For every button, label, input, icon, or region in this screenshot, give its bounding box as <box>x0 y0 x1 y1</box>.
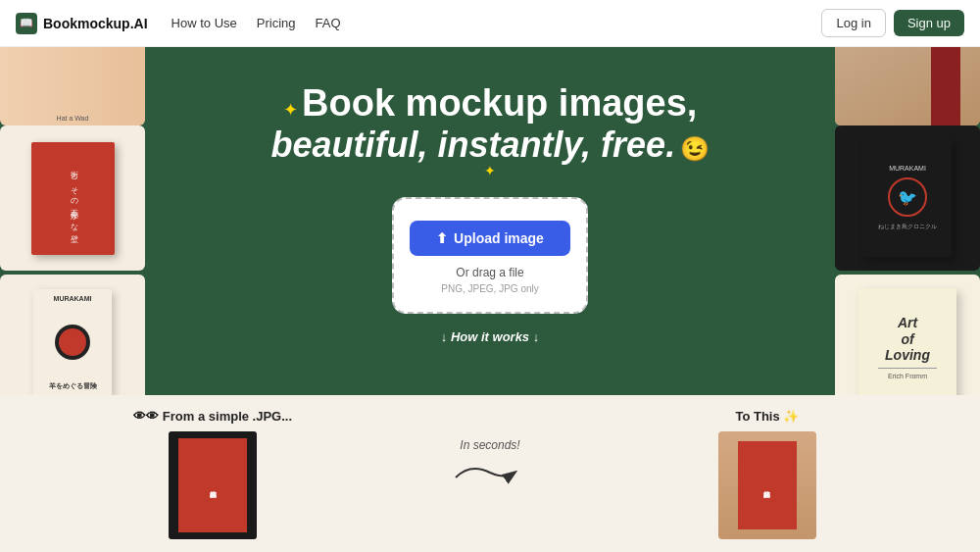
logo[interactable]: 📖 Bookmockup.AI <box>16 13 148 34</box>
to-book: 都城的森林 <box>718 431 816 539</box>
signup-button[interactable]: Sign up <box>894 10 964 36</box>
logo-text: Bookmockup.AI <box>43 16 148 31</box>
main-content: Hat a Wad 街と その不確かな壁 MURAKAMI 羊をめぐる冒険 MU… <box>0 47 980 552</box>
nav-link-how-to-use[interactable]: How to Use <box>172 16 237 30</box>
hero-section: ✦ Book mockup images, beautiful, instant… <box>0 47 980 345</box>
drag-text: Or drag a file <box>410 266 570 279</box>
to-section: To This ✨ 都城的森林 <box>613 409 921 539</box>
arrow-icon <box>451 458 529 487</box>
arrow-section: In seconds! <box>367 409 612 487</box>
upload-icon: ⬆ <box>436 230 448 246</box>
bottom-section: 👁👁 From a simple .JPG... 都城的森林 In second… <box>0 395 980 552</box>
to-label: To This ✨ <box>735 409 799 424</box>
nav-links: How to Use Pricing FAQ <box>172 16 822 30</box>
star-icon-left: ✦ <box>283 100 298 120</box>
upload-box: ⬆ Upload image Or drag a file PNG, JPEG,… <box>392 197 588 314</box>
nav-actions: Log in Sign up <box>821 9 964 37</box>
navbar: 📖 Bookmockup.AI How to Use Pricing FAQ L… <box>0 0 980 47</box>
from-section: 👁👁 From a simple .JPG... 都城的森林 <box>59 409 367 539</box>
nav-link-faq[interactable]: FAQ <box>316 16 341 30</box>
hero-title-line2: beautiful, instantly, free. 😉 <box>0 125 980 166</box>
logo-icon: 📖 <box>16 13 37 34</box>
how-it-works-link[interactable]: ↓ How it works ↓ <box>0 327 980 345</box>
nav-link-pricing[interactable]: Pricing <box>257 16 296 30</box>
hero-title-text: Book mockup images, <box>302 82 697 124</box>
sparkle-icon: ✦ <box>484 163 496 178</box>
from-book: 都城的森林 <box>169 431 257 539</box>
upload-button-label: Upload image <box>454 230 544 246</box>
in-seconds-text: In seconds! <box>460 438 519 452</box>
how-it-works-anchor[interactable]: ↓ How it works ↓ <box>441 329 539 344</box>
hero-subtitle-text: beautiful, instantly, free. <box>270 125 675 165</box>
formats-text: PNG, JPEG, JPG only <box>410 283 570 294</box>
upload-button[interactable]: ⬆ Upload image <box>410 221 570 256</box>
hero-title-line1: ✦ Book mockup images, <box>0 82 980 125</box>
wink-emoji: 😉 <box>680 135 710 162</box>
from-label: 👁👁 From a simple .JPG... <box>133 409 292 424</box>
login-button[interactable]: Log in <box>821 9 885 37</box>
